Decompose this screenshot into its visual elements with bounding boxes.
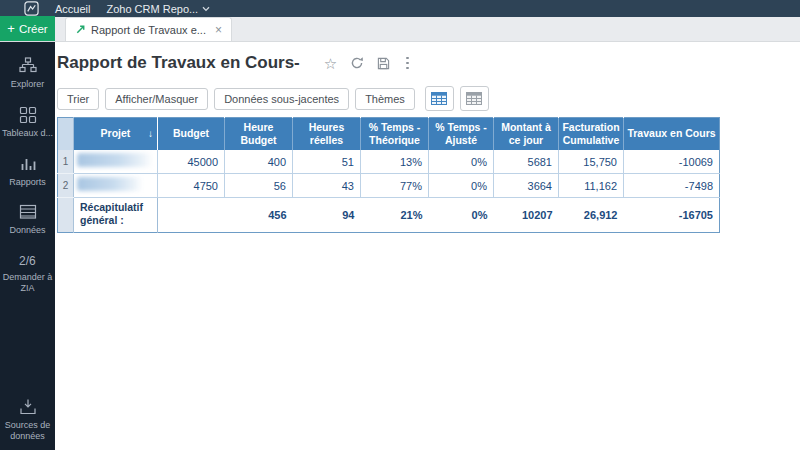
data-sources-icon — [19, 398, 37, 416]
header-row: Projet ↓ Budget Heure Budget Heures réel… — [58, 118, 720, 151]
sidebar-item-zia[interactable]: 2/6 Demander à ZIA — [0, 252, 55, 294]
cell-budget: 4750 — [158, 174, 225, 198]
table-view-icon — [431, 92, 447, 105]
table-corner-cell — [58, 118, 74, 151]
refresh-icon[interactable] — [350, 56, 364, 70]
create-button[interactable]: + Créer — [0, 16, 55, 41]
kebab-menu-icon[interactable] — [403, 56, 412, 71]
svg-text:2/6: 2/6 — [19, 254, 36, 268]
column-header-budget[interactable]: Budget — [158, 118, 225, 151]
summary-temps-theorique: 21% — [361, 198, 429, 233]
summary-label: Récapitulatif général : — [74, 198, 158, 233]
cell-heures-reelles: 51 — [293, 150, 361, 174]
sort-desc-icon: ↓ — [148, 128, 153, 141]
redacted-project-name — [77, 177, 143, 191]
cell-travaux: -7498 — [624, 174, 720, 198]
column-header-facturation[interactable]: Facturation Cumulative — [559, 118, 624, 151]
redacted-project-name — [77, 153, 153, 167]
report-tab[interactable]: Rapport de Travaux e... × — [65, 17, 232, 41]
column-header-travaux[interactable]: Travaux en Cours — [624, 118, 720, 151]
cell-budget: 45000 — [158, 150, 225, 174]
report-table: Projet ↓ Budget Heure Budget Heures réel… — [57, 117, 720, 233]
column-header-temps-ajuste[interactable]: % Temps - Ajusté — [429, 118, 494, 151]
cell-heure-budget: 56 — [225, 174, 293, 198]
plus-icon: + — [7, 22, 15, 35]
content-area: Rapport de Travaux en Cours- ☆ — [55, 42, 800, 450]
column-header-projet[interactable]: Projet ↓ — [74, 118, 158, 151]
reports-icon — [19, 155, 37, 173]
title-actions: ☆ — [324, 56, 412, 71]
row-number — [58, 198, 74, 233]
tab-label: Rapport de Travaux e... — [91, 24, 206, 36]
sidebar-item-tableaux[interactable]: Tableaux d... — [0, 106, 55, 139]
table-row[interactable]: 2 4750 56 43 77% 0% 3664 11,162 -7498 — [58, 174, 720, 198]
zia-icon: 2/6 — [18, 252, 38, 268]
cell-montant: 3664 — [494, 174, 559, 198]
column-header-temps-theorique[interactable]: % Temps - Théorique — [361, 118, 429, 151]
summary-budget — [158, 198, 225, 233]
cell-travaux: -10069 — [624, 150, 720, 174]
caret-down-icon — [202, 6, 210, 12]
sidebar-item-sources[interactable]: Sources de données — [0, 398, 55, 442]
summary-temps-ajuste: 0% — [429, 198, 494, 233]
page-title: Rapport de Travaux en Cours- — [57, 53, 300, 73]
column-header-heure-budget[interactable]: Heure Budget — [225, 118, 293, 151]
nav-workspace-switcher[interactable]: Zoho CRM Repo... — [106, 3, 210, 15]
summary-view-button[interactable] — [460, 86, 489, 111]
sort-button[interactable]: Trier — [57, 88, 99, 110]
app-window: Accueil Zoho CRM Repo... + Créer Rapport… — [0, 0, 800, 450]
data-icon — [19, 203, 37, 221]
cell-heures-reelles: 43 — [293, 174, 361, 198]
row-number: 2 — [58, 174, 74, 198]
topbar: Accueil Zoho CRM Repo... — [0, 0, 800, 17]
cell-facturation: 11,162 — [559, 174, 624, 198]
shared-report-arrow-icon — [75, 24, 86, 35]
cell-projet — [74, 174, 158, 198]
summary-heure-budget: 456 — [225, 198, 293, 233]
column-header-montant[interactable]: Montant à ce jour — [494, 118, 559, 151]
sidebar-item-explorer[interactable]: Explorer — [0, 57, 55, 90]
zoho-analytics-logo-icon[interactable] — [24, 1, 39, 16]
sidebar-item-donnees[interactable]: Données — [0, 203, 55, 236]
title-row: Rapport de Travaux en Cours- ☆ — [57, 51, 800, 75]
summary-travaux: -16705 — [624, 198, 720, 233]
sidebar-item-rapports[interactable]: Rapports — [0, 155, 55, 188]
summary-facturation: 26,912 — [559, 198, 624, 233]
favorite-star-icon[interactable]: ☆ — [324, 56, 337, 71]
show-hide-button[interactable]: Afficher/Masquer — [105, 88, 208, 110]
explorer-icon — [19, 57, 37, 75]
cell-temps-ajuste: 0% — [429, 150, 494, 174]
cell-heure-budget: 400 — [225, 150, 293, 174]
underlying-data-button[interactable]: Données sous-jacentes — [214, 88, 349, 110]
cell-temps-theorique: 13% — [361, 150, 429, 174]
dashboards-icon — [19, 106, 37, 124]
sidebar: Explorer Tableaux d... Rapports — [0, 42, 55, 450]
themes-button[interactable]: Thèmes — [355, 88, 415, 110]
summary-view-icon — [466, 92, 482, 105]
table-row[interactable]: 1 45000 400 51 13% 0% 5681 15,750 -10069 — [58, 150, 720, 174]
summary-row: Récapitulatif général : 456 94 21% 0% 10… — [58, 198, 720, 233]
toolbar: Trier Afficher/Masquer Données sous-jace… — [57, 86, 800, 111]
row-number: 1 — [58, 150, 74, 174]
summary-montant: 10207 — [494, 198, 559, 233]
tabbar: + Créer Rapport de Travaux e... × — [0, 17, 800, 42]
report-table-wrap: Projet ↓ Budget Heure Budget Heures réel… — [57, 117, 800, 233]
column-header-heures-reelles[interactable]: Heures réelles — [293, 118, 361, 151]
tab-close-icon[interactable]: × — [215, 24, 222, 36]
save-icon[interactable] — [377, 57, 390, 70]
cell-facturation: 15,750 — [559, 150, 624, 174]
summary-heures-reelles: 94 — [293, 198, 361, 233]
cell-projet — [74, 150, 158, 174]
table-view-button[interactable] — [425, 86, 454, 111]
cell-montant: 5681 — [494, 150, 559, 174]
nav-accueil[interactable]: Accueil — [55, 3, 90, 15]
cell-temps-ajuste: 0% — [429, 174, 494, 198]
cell-temps-theorique: 77% — [361, 174, 429, 198]
